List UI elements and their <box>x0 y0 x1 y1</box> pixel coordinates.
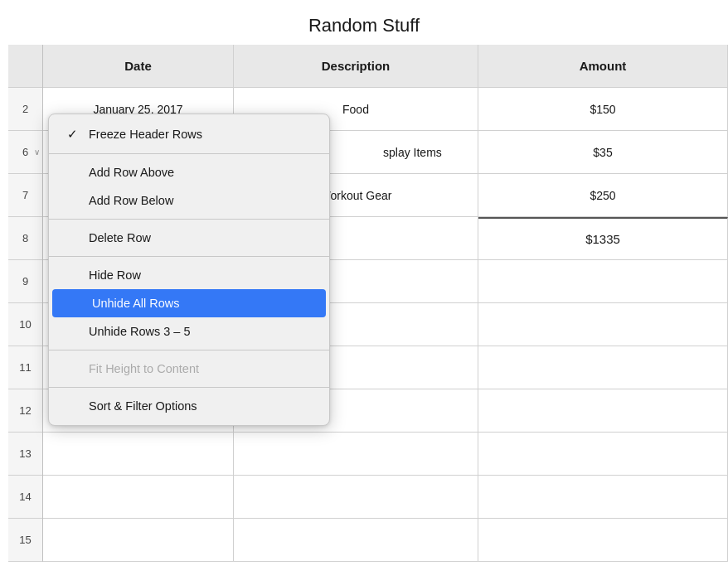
row-num-10[interactable]: 10 <box>8 303 42 346</box>
menu-separator-5 <box>49 387 329 388</box>
menu-separator-1 <box>49 153 329 154</box>
row-num-8[interactable]: 8 <box>8 217 42 260</box>
col-header-date: Date <box>43 45 234 87</box>
row-num-13[interactable]: 13 <box>8 433 42 476</box>
row-num-12[interactable]: 12 <box>8 389 42 433</box>
row-num-11[interactable]: 11 <box>8 346 42 389</box>
menu-item-add-row-below[interactable]: Add Row Below <box>49 186 329 215</box>
table-row <box>43 519 728 562</box>
context-menu: ✓ Freeze Header Rows Add Row Above Add R… <box>48 114 330 426</box>
menu-item-fit-height: Fit Height to Content <box>49 355 329 383</box>
col-header-description: Description <box>234 45 478 87</box>
row-num-14[interactable]: 14 <box>8 476 42 519</box>
menu-separator-4 <box>49 350 329 350</box>
menu-item-delete-row[interactable]: Delete Row <box>49 224 329 252</box>
col-header-amount: Amount <box>478 45 728 87</box>
menu-item-sort-filter[interactable]: Sort & Filter Options <box>49 392 329 420</box>
page-title: Random Stuff <box>0 0 728 45</box>
row-num-2[interactable]: 2 <box>8 88 42 131</box>
row-num-15[interactable]: 15 <box>8 519 42 562</box>
row-num-9[interactable]: 9 <box>8 260 42 303</box>
cell-amount-8[interactable]: $1335 <box>478 217 728 259</box>
row-chevron: ∨ <box>34 147 40 157</box>
row-num-7[interactable]: 7 <box>8 174 42 217</box>
menu-item-unhide-rows-3-5[interactable]: Unhide Rows 3 – 5 <box>49 317 329 346</box>
menu-item-add-row-above[interactable]: Add Row Above <box>49 158 329 186</box>
row-numbers: 2 6 ∨ 7 8 9 10 11 12 13 14 15 <box>8 45 43 562</box>
table-row <box>43 433 728 476</box>
checkmark-icon: ✓ <box>67 127 82 142</box>
header-row: Date Description Amount <box>43 45 728 88</box>
menu-item-hide-row[interactable]: Hide Row <box>49 261 329 289</box>
menu-item-unhide-all-rows[interactable]: Unhide All Rows <box>52 289 326 317</box>
menu-separator-3 <box>49 256 329 257</box>
cell-amount-2[interactable]: $150 <box>478 88 728 130</box>
menu-separator-2 <box>49 219 329 220</box>
cell-amount-7[interactable]: $250 <box>478 174 728 216</box>
table-row <box>43 476 728 519</box>
row-num-6[interactable]: 6 ∨ <box>8 131 42 174</box>
row-num-header <box>8 45 42 88</box>
cell-amount-6[interactable]: $35 <box>478 131 728 173</box>
menu-item-freeze-header-rows[interactable]: ✓ Freeze Header Rows <box>49 119 329 149</box>
